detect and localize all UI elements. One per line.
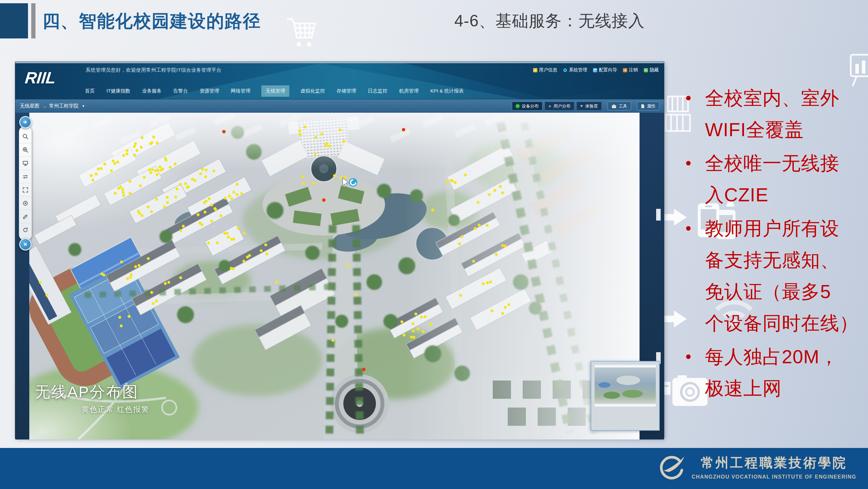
slide: 四、智能化校园建设的路径 4-6、基础服务：无线接入 RIIL 系统管理员您好，… (0, 0, 868, 489)
user-info-link[interactable]: 用户信息 (533, 67, 557, 73)
riil-app-window: RIIL 系统管理员您好，欢迎使用常州工程学院IT综合业务管理平台 用户信息 系… (15, 62, 664, 438)
shopping-cart-icon (285, 16, 318, 50)
device-distribution-button[interactable]: 设备分布 (512, 102, 542, 110)
nav-business[interactable]: 业务服务 (141, 85, 162, 97)
title-accent-square (0, 3, 28, 38)
bullet-item: 全校唯一无线接 入CZIE (682, 147, 864, 210)
briefcase-icon (612, 104, 616, 109)
logout-link[interactable]: 注销 (623, 67, 638, 73)
title-accent-bar (31, 3, 35, 38)
school-names: 常州工程職業技術學院 CHANGZHOU VOCATIONAL INSTITUT… (691, 454, 856, 480)
feature-bullet-list: 全校室内、室外 WIFI全覆盖 全校唯一无线接 入CZIE 教师用户所有设 备支… (682, 82, 864, 406)
school-swoosh-logo (656, 452, 686, 482)
user-links: 用户信息 系统管理 配置向导 注销 隐藏 (533, 67, 659, 73)
riil-logo: RIIL (24, 68, 57, 87)
document-icon (641, 104, 645, 109)
chevron-down-icon[interactable]: ▼ (82, 104, 85, 108)
locate-dot-icon[interactable] (20, 197, 31, 210)
map-caption: 无线AP分布图 黄色正常 红色报警 (35, 382, 149, 414)
footer-band: 常州工程職業技術學院 CHANGZHOU VOCATIONAL INSTITUT… (0, 448, 868, 489)
heart-icon: ♥ (580, 104, 583, 108)
logout-icon (623, 68, 627, 72)
experience-button[interactable]: ♥ 体验度 (577, 102, 602, 110)
user-distribution-button[interactable]: + 用户分布 (545, 102, 575, 110)
right-gutter-tick (656, 209, 661, 221)
nav-alarm[interactable]: 告警台 (173, 85, 188, 97)
school-logo-block: 常州工程職業技術學院 CHANGZHOU VOCATIONAL INSTITUT… (656, 452, 856, 482)
wrench-icon (533, 68, 537, 72)
map-area: 无线AP分布图 黄色正常 红色报警 (15, 113, 664, 439)
main-nav: 首页 IT健康指数 业务服务 告警台 资源管理 网络管理 无线管理 虚拟化监控 … (84, 85, 464, 97)
nav-kpi-report[interactable]: KPI & 统计报表 (430, 85, 464, 97)
wizard-panel-icon (593, 68, 597, 72)
map-title: 无线AP分布图 (35, 382, 149, 402)
school-name-cn: 常州工程職業技術學院 (701, 454, 847, 472)
green-dot-icon (516, 104, 520, 108)
nav-home[interactable]: 首页 (84, 85, 95, 97)
properties-button[interactable]: 属性 (637, 102, 659, 110)
school-name-en: CHANGZHOU VOCATIONAL INSTITUTE OF ENGINE… (691, 474, 856, 480)
refresh-icon[interactable] (20, 223, 31, 236)
system-manage-link[interactable]: 系统管理 (563, 67, 587, 73)
nav-storage[interactable]: 存储管理 (336, 85, 357, 97)
config-wizard-link[interactable]: 配置向导 (593, 67, 617, 73)
map-toolbar (18, 116, 33, 251)
zoom-in-icon[interactable] (20, 143, 31, 156)
app-header: RIIL 系统管理员您好，欢迎使用常州工程学院IT综合业务管理平台 用户信息 系… (15, 63, 664, 99)
breadcrumb-current[interactable]: 常州工程学院 (49, 103, 79, 109)
hide-panel-icon (644, 68, 648, 72)
nav-wireless[interactable]: 无线管理 (261, 85, 289, 97)
fullscreen-icon[interactable] (20, 183, 31, 197)
nav-resource[interactable]: 资源管理 (199, 85, 220, 97)
pan-arrows-icon[interactable] (20, 170, 31, 183)
nav-it-health[interactable]: IT健康指数 (106, 85, 131, 97)
gear-icon (563, 68, 567, 72)
hide-link[interactable]: 隐藏 (644, 67, 659, 73)
breadcrumb-bar: 无线星图 → 常州工程学院 ▼ 设备分布 + 用户分布 ♥ 体验度 (15, 99, 664, 113)
page-title: 四、智能化校园建设的路径 (42, 5, 261, 37)
plus-icon: + (549, 104, 551, 108)
map-legend: 黄色正常 红色报警 (35, 404, 149, 414)
close-x-icon[interactable] (19, 238, 32, 251)
nav-machine-room[interactable]: 机房管理 (398, 85, 419, 97)
nav-network[interactable]: 网络管理 (230, 85, 251, 97)
breadcrumb-root[interactable]: 无线星图 (20, 103, 39, 109)
collapse-arrow-icon[interactable] (19, 116, 32, 128)
bullet-item: 教师用户所有设 备支持无感知、 免认证（最多5 个设备同时在线） (682, 212, 864, 339)
screen-icon[interactable] (20, 156, 31, 170)
breadcrumb-separator: → (42, 104, 46, 109)
bullet-item: 全校室内、室外 WIFI全覆盖 (682, 82, 864, 145)
map-toolbar-body (19, 126, 32, 241)
edit-pencil-icon[interactable] (20, 210, 31, 223)
mouse-cursor (341, 177, 359, 192)
minimap-thumbnail (595, 365, 656, 407)
nav-virtualization[interactable]: 虚拟化监控 (300, 85, 326, 97)
welcome-text: 系统管理员您好，欢迎使用常州工程学院IT综合业务管理平台 (86, 67, 221, 73)
search-icon[interactable] (20, 130, 31, 143)
minimap-overview[interactable] (591, 361, 660, 431)
view-buttons: 设备分布 + 用户分布 ♥ 体验度 工具 属性 (512, 102, 659, 110)
bullet-item: 每人独占20M， 极速上网 (682, 341, 864, 404)
page-subtitle: 4-6、基础服务：无线接入 (454, 10, 645, 31)
nav-log[interactable]: 日志监控 (367, 85, 388, 97)
tools-button[interactable]: 工具 (608, 102, 631, 110)
